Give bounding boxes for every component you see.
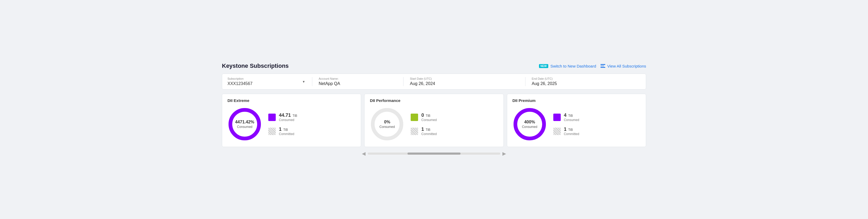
consumed-unit-0: TiB [293, 114, 298, 118]
legend-0: 44.71 TiB Consumed 1 TiB [268, 113, 297, 136]
legend-2: 4 TiB Consumed 1 TiB [553, 113, 579, 136]
donut-label-2: Consumed [522, 125, 537, 129]
committed-value-1: 1 [421, 126, 424, 132]
consumed-value-1: 0 [421, 113, 424, 118]
start-date-label: Start Date (UTC) [410, 77, 519, 80]
consumed-item-1: 0 TiB Consumed [411, 113, 437, 122]
consumed-text-1: 0 TiB Consumed [421, 113, 437, 122]
committed-text-2: 1 TiB Committed [564, 126, 579, 136]
account-label: Account Name: [319, 77, 397, 80]
consumed-unit-2: TiB [568, 114, 573, 118]
donut-pct-1: 0% [379, 119, 395, 125]
card-body-2: 400% Consumed 4 TiB Consumed [513, 107, 641, 141]
committed-value-2: 1 [564, 126, 566, 132]
consumed-value-row-1: 0 TiB [421, 113, 437, 118]
consumed-desc-2: Consumed [564, 118, 579, 122]
committed-desc-1: Committed [421, 132, 437, 136]
donut-center-0: 4471.42% Consumed [235, 119, 254, 129]
service-card-1: DII Performance 0% Consumed [364, 94, 503, 147]
subscription-select[interactable]: XXX1234567 [227, 81, 306, 86]
donut-label-0: Consumed [235, 125, 254, 129]
consumed-item-2: 4 TiB Consumed [553, 113, 579, 122]
donut-pct-0: 4471.42% [235, 119, 254, 125]
scrollbar-thumb [407, 152, 461, 155]
legend-1: 0 TiB Consumed 1 TiB [411, 113, 437, 136]
committed-swatch-2 [553, 127, 561, 135]
end-date-label: End Date (UTC) [532, 77, 641, 80]
donut-1: 0% Consumed [370, 107, 404, 141]
committed-desc-2: Committed [564, 132, 579, 136]
committed-value-row-0: 1 TiB [279, 126, 294, 132]
card-title-1: DII Performance [370, 98, 498, 103]
subscription-field: Subscription XXX1234567 ▾ [227, 77, 312, 86]
committed-swatch-0 [268, 127, 276, 135]
committed-value-row-1: 1 TiB [421, 126, 437, 132]
consumed-item-0: 44.71 TiB Consumed [268, 113, 297, 122]
scroll-left-arrow[interactable]: ◀ [362, 151, 366, 156]
new-dashboard-button[interactable]: New Switch to New Dashboard [539, 64, 596, 68]
consumed-swatch-1 [411, 114, 418, 121]
card-title-0: DII Extreme [227, 98, 355, 103]
end-date-field: End Date (UTC) Aug 26, 2025 [532, 77, 641, 86]
card-title-2: DII Premium [513, 98, 641, 103]
scrollbar-track[interactable] [368, 152, 500, 155]
consumed-swatch-0 [268, 114, 276, 121]
donut-center-2: 400% Consumed [522, 119, 537, 129]
service-card-0: DII Extreme 4471.42% Consumed [222, 94, 361, 147]
committed-text-0: 1 TiB Committed [279, 126, 294, 136]
committed-value-row-2: 1 TiB [564, 126, 579, 132]
consumed-unit-1: TiB [426, 114, 431, 118]
consumed-value-row-2: 4 TiB [564, 113, 579, 118]
committed-item-1: 1 TiB Committed [411, 126, 437, 136]
donut-label-1: Consumed [379, 125, 395, 129]
committed-unit-2: TiB [568, 128, 573, 132]
page-wrapper: Keystone Subscriptions New Switch to New… [222, 63, 646, 156]
committed-value-0: 1 [279, 126, 282, 132]
consumed-desc-0: Consumed [279, 118, 297, 122]
header-actions: New Switch to New Dashboard View All Sub… [539, 64, 646, 68]
cards-row: DII Extreme 4471.42% Consumed [222, 94, 646, 147]
donut-center-1: 0% Consumed [379, 119, 395, 129]
committed-item-0: 1 TiB Committed [268, 126, 297, 136]
list-icon [600, 64, 605, 68]
page-title: Keystone Subscriptions [222, 63, 289, 69]
subscription-info-bar: Subscription XXX1234567 ▾ Account Name: … [222, 74, 646, 89]
committed-text-1: 1 TiB Committed [421, 126, 437, 136]
consumed-value-row-0: 44.71 TiB [279, 113, 297, 118]
card-body-1: 0% Consumed 0 TiB Consumed [370, 107, 498, 141]
end-date-value: Aug 26, 2025 [532, 81, 641, 86]
consumed-text-2: 4 TiB Consumed [564, 113, 579, 122]
scroll-right-arrow[interactable]: ▶ [502, 151, 506, 156]
account-value: NetApp QA [319, 81, 397, 86]
consumed-text-0: 44.71 TiB Consumed [279, 113, 297, 122]
committed-desc-0: Committed [279, 132, 294, 136]
start-date-field: Start Date (UTC) Aug 26, 2024 [410, 77, 525, 86]
subscription-label: Subscription [227, 77, 306, 80]
donut-0: 4471.42% Consumed [227, 107, 262, 141]
donut-pct-2: 400% [522, 119, 537, 125]
new-dashboard-label: Switch to New Dashboard [550, 64, 596, 68]
header-row: Keystone Subscriptions New Switch to New… [222, 63, 646, 69]
consumed-value-0: 44.71 [279, 113, 291, 118]
card-body-0: 4471.42% Consumed 44.71 TiB Consumed [227, 107, 355, 141]
committed-unit-0: TiB [283, 128, 288, 132]
view-all-button[interactable]: View All Subscriptions [600, 64, 646, 68]
account-field: Account Name: NetApp QA [319, 77, 404, 86]
donut-2: 400% Consumed [513, 107, 547, 141]
new-badge: New [539, 64, 548, 68]
consumed-swatch-2 [553, 114, 561, 121]
start-date-value: Aug 26, 2024 [410, 81, 519, 86]
committed-item-2: 1 TiB Committed [553, 126, 579, 136]
service-card-2: DII Premium 400% Consumed [507, 94, 646, 147]
consumed-desc-1: Consumed [421, 118, 437, 122]
committed-unit-1: TiB [426, 128, 431, 132]
consumed-value-2: 4 [564, 113, 566, 118]
committed-swatch-1 [411, 127, 418, 135]
view-all-label: View All Subscriptions [608, 64, 646, 68]
scrollbar-row: ◀ ▶ [222, 151, 646, 156]
